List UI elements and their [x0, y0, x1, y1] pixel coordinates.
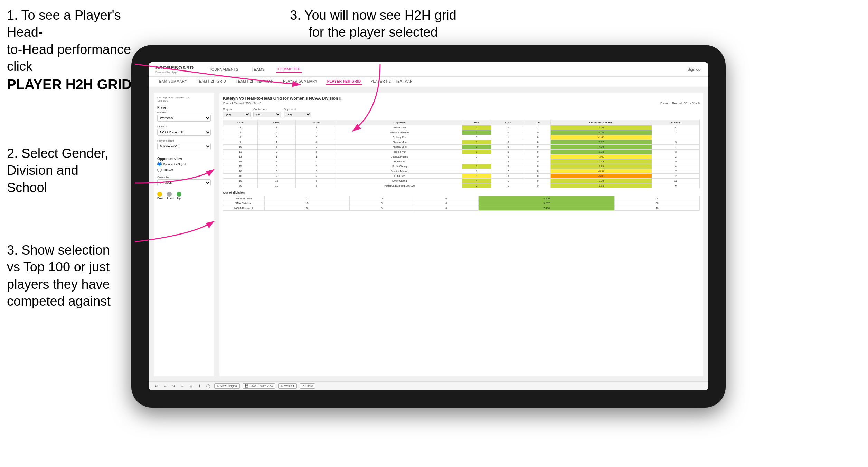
nav-teams[interactable]: TEAMS [250, 67, 266, 72]
division-record: Division Record: 331 - 34 - 6 [660, 102, 700, 105]
table-row: 16 3 3 Jessica Mason 1 2 0 -0.94 7 [223, 169, 700, 174]
division-label: Division [157, 125, 211, 128]
table-row: 20 11 7 Federica Domecq Lacroze 2 1 0 1.… [223, 183, 700, 188]
grid-record: Overall Record: 353 - 34 - 6 Division Re… [223, 102, 700, 105]
colour-by-select[interactable]: Win/loss [157, 179, 211, 186]
sub-player-h2h-grid[interactable]: PLAYER H2H GRID [326, 79, 362, 85]
save-custom-btn[interactable]: 💾 Save Custom View [243, 383, 275, 389]
sub-player-summary[interactable]: PLAYER SUMMARY [282, 79, 319, 85]
table-row: 13 1 1 Jessica Huang 0 0 0 -3.00 2 [223, 154, 700, 159]
colour-level-label: Level [167, 197, 173, 200]
table-row: 5 2 2 Alexis Sudjianto 1 0 0 4.00 3 [223, 130, 700, 135]
out-of-division-table: Foreign Team 1 0 0 4.500 2 NAIA Division… [223, 196, 700, 211]
refresh-btn[interactable]: ◯ [205, 383, 211, 389]
grid-title: Katelyn Vo Head-to-Head Grid for Women's… [223, 96, 700, 101]
col-diff: Diff Av Strokes/Rnd [550, 120, 652, 125]
filter-row: Region (All) Conference (All) Opponent (… [223, 108, 700, 117]
col-win: Win [462, 120, 491, 125]
out-of-division-row: NCAA Division 2 5 0 0 7.400 10 [223, 206, 700, 211]
redo-btn[interactable]: ↪ [171, 383, 177, 389]
table-row: 6 3 3 Sydney Kuo 0 1 0 -1.00 [223, 135, 700, 140]
nav-committee[interactable]: COMMITTEE [276, 66, 302, 73]
table-row: 14 7 4 Eunice Yi 2 2 0 0.38 9 [223, 159, 700, 164]
player-select[interactable]: 8. Katelyn Vo [157, 143, 211, 150]
region-select[interactable]: (All) [223, 112, 251, 117]
top-nav: SCOREBOARD Powered by clippd TOURNAMENTS… [149, 62, 708, 77]
sub-team-summary[interactable]: TEAM SUMMARY [155, 79, 189, 85]
table-row: 9 1 4 Sharon Mun 1 0 0 3.67 3 [223, 140, 700, 145]
division-select[interactable]: NCAA Division III [157, 129, 211, 136]
colour-section: Colour by Win/loss Down Level [157, 175, 211, 200]
out-of-division-row: NAIA Division 1 15 0 0 9.267 30 [223, 201, 700, 206]
col-conf: # Conf [295, 120, 337, 125]
colour-down [157, 192, 162, 197]
table-row: 11 2 5 Heejo Hyun 1 0 0 3.33 3 [223, 150, 700, 154]
logo-area: SCOREBOARD Powered by clippd [155, 65, 194, 74]
download-btn[interactable]: ⬇ [197, 383, 202, 389]
gender-select[interactable]: Women's [157, 115, 211, 122]
radio-top100[interactable]: Top 100 [157, 168, 211, 172]
instruction-step2: 2. Select Gender, Division and School [7, 145, 124, 196]
opponent-label: Opponent [284, 108, 311, 111]
nav-sign-out[interactable]: Sign out [688, 67, 701, 72]
table-row: 3 1 1 Esther Lee 1 0 1 1.50 4 [223, 125, 700, 130]
sub-nav: TEAM SUMMARY TEAM H2H GRID TEAM H2H HEAT… [149, 77, 708, 87]
data-table: # Div # Reg # Conf Opponent Win Loss Tie… [223, 120, 700, 188]
opponent-view-title: Opponent view [157, 157, 211, 161]
overall-record: Overall Record: 353 - 34 - 6 [223, 102, 261, 105]
colour-by-label: Colour by [157, 175, 211, 179]
watch-btn[interactable]: 👁 Watch ▾ [278, 383, 297, 389]
timestamp: Last Updated: 27/03/2024 16:55:38 [157, 96, 211, 102]
left-panel: Last Updated: 27/03/2024 16:55:38 Player… [154, 93, 214, 376]
sub-team-h2h-heatmap[interactable]: TEAM H2H HEATMAP [234, 79, 275, 85]
forward-btn[interactable]: → [179, 383, 186, 389]
region-label: Region [223, 108, 251, 111]
tablet: SCOREBOARD Powered by clippd TOURNAMENTS… [131, 45, 726, 408]
col-div: # Div [223, 120, 258, 125]
back-btn[interactable]: ← [162, 383, 168, 389]
colour-level [167, 192, 172, 197]
sub-team-h2h-grid[interactable]: TEAM H2H GRID [196, 79, 228, 85]
sub-player-h2h-heatmap[interactable]: PLAYER H2H HEATMAP [369, 79, 414, 85]
out-of-division-header: Out of division [223, 191, 700, 194]
tablet-screen: SCOREBOARD Powered by clippd TOURNAMENTS… [149, 62, 708, 390]
filter-region: Region (All) [223, 108, 251, 117]
filter-conference: Conference (All) [253, 108, 281, 117]
logo-sub: Powered by clippd [155, 70, 194, 74]
undo-btn[interactable]: ↩ [154, 383, 159, 389]
nav-tournaments[interactable]: TOURNAMENTS [208, 67, 240, 72]
instruction-step1: 1. To see a Player's Head- to-Head perfo… [7, 7, 138, 93]
share-btn[interactable]: ↗ Share [300, 383, 315, 389]
colour-down-label: Down [157, 197, 164, 200]
table-row: 18 2 2 Euna Lee 0 3 0 -5.00 2 [223, 174, 700, 179]
table-row: 10 6 3 Andrea York 2 0 0 4.00 4 [223, 145, 700, 150]
filter-opponent: Opponent (All) [284, 108, 311, 117]
player-rank-label: Player (Rank) [157, 139, 211, 142]
table-row: 19 10 6 Emily Chang 4 1 0 0.30 11 [223, 179, 700, 183]
right-panel: Katelyn Vo Head-to-Head Grid for Women's… [219, 93, 703, 376]
radio-opponents-played[interactable]: Opponents Played [157, 162, 211, 166]
instruction-step3-top: 3. You will now see H2H grid for the pla… [276, 7, 470, 41]
player-section-title: Player [157, 106, 211, 109]
col-tie: Tie [525, 120, 550, 125]
col-opponent: Opponent [337, 120, 462, 125]
conference-select[interactable]: (All) [253, 112, 281, 117]
logo-text: SCOREBOARD [155, 65, 194, 70]
col-reg: # Reg [258, 120, 296, 125]
out-of-division-row: Foreign Team 1 0 0 4.500 2 [223, 196, 700, 201]
col-loss: Loss [491, 120, 525, 125]
conference-label: Conference [253, 108, 281, 111]
instruction-step3-bottom: 3. Show selection vs Top 100 or just pla… [7, 242, 131, 310]
bottom-toolbar: ↩ ← ↪ → ⊞ ⬇ ◯ 👁 View: Original 💾 Save Cu… [149, 381, 708, 390]
opponent-select[interactable]: (All) [284, 112, 311, 117]
view-original-btn[interactable]: 👁 View: Original [214, 383, 240, 389]
colour-up-label: Up [177, 197, 181, 200]
col-rounds: Rounds [652, 120, 700, 125]
opponent-view-options: Opponents Played Top 100 [157, 162, 211, 172]
table-row: 15 8 5 Stella Cheng 1 0 0 1.25 4 [223, 164, 700, 169]
colour-legend: Down Level Up [157, 192, 211, 200]
colour-up [177, 192, 181, 197]
main-content: Last Updated: 27/03/2024 16:55:38 Player… [149, 87, 708, 381]
gender-label: Gender [157, 111, 211, 114]
grid-btn[interactable]: ⊞ [188, 383, 194, 389]
